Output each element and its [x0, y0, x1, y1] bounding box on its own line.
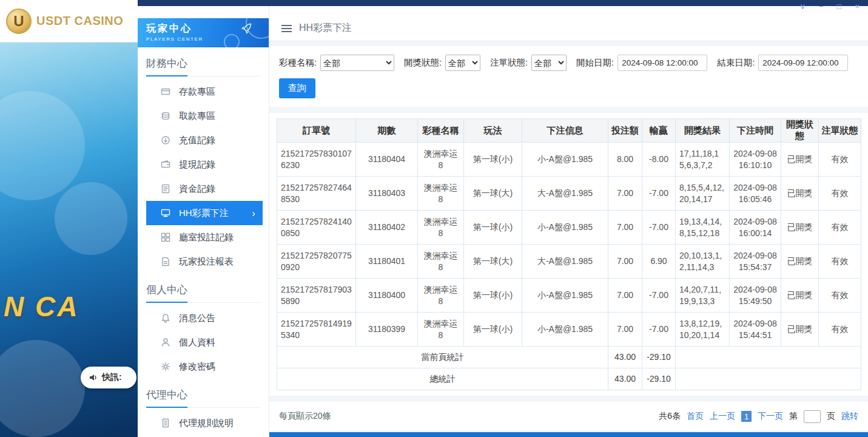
cell: 2024-09-08 15:49:50 — [730, 279, 781, 313]
cell: 31180403 — [356, 177, 418, 211]
cell: 6.90 — [642, 245, 676, 279]
gear-icon — [161, 362, 170, 371]
cell: 有效 — [819, 313, 861, 347]
start-date-label: 開始日期: — [576, 57, 614, 69]
bets-table-card: 訂單號期數彩種名稱玩法下注信息投注額輸贏開獎結果下注時間開獎狀態注單狀態2152… — [269, 113, 868, 396]
report-icon — [161, 257, 170, 266]
cell: 澳洲幸运8 — [418, 313, 464, 347]
column-header: 訂單號 — [277, 119, 356, 143]
doc-icon — [161, 418, 170, 428]
table-row: 215217257827464853031180403澳洲幸运8第一球(大)大-… — [277, 177, 861, 211]
sidebar-item-deposit[interactable]: 存款專區 — [146, 80, 263, 104]
summary-empty — [676, 368, 861, 390]
search-button[interactable]: 查詢 — [279, 78, 315, 98]
cell: 2024-09-08 16:10:10 — [730, 143, 781, 177]
sidebar-item-funds[interactable]: 資金記錄 — [146, 177, 263, 201]
coin-logo-icon: U — [6, 8, 32, 34]
sidebar-item-label: 存款專區 — [179, 86, 215, 98]
order-status-label: 注單狀態: — [490, 57, 528, 69]
lottery-select[interactable]: 全部 — [320, 55, 394, 71]
prev-page-link[interactable]: 上一页 — [710, 411, 735, 422]
column-header: 下注信息 — [522, 119, 608, 143]
sidebar-item-lottery[interactable]: HH彩票下注› — [146, 201, 263, 225]
table-footer: 每頁顯示20條 共6条 首页 上一页 1 下一页 第 页 跳转 — [269, 402, 868, 431]
art-caption-text: N CA — [4, 290, 79, 323]
column-header: 注單狀態 — [819, 119, 861, 143]
cell: 第一球(小) — [464, 313, 522, 347]
news-ticker[interactable]: 快訊: — [81, 367, 136, 388]
minimize-icon[interactable]: − — [819, 2, 824, 12]
sidebar-item-gear[interactable]: 修改密碼 — [146, 354, 263, 379]
page-title: HH彩票下注 — [299, 22, 352, 35]
brand-name: USDT CASINO — [36, 14, 123, 28]
cell: 2152172578207750920 — [277, 245, 356, 279]
column-header: 下注時間 — [730, 119, 781, 143]
cell: 2152172578179035890 — [277, 279, 356, 313]
start-date-input[interactable] — [617, 55, 707, 71]
cell: 已開獎 — [781, 313, 819, 347]
sidebar-item-label: 廳室投註記錄 — [179, 232, 234, 243]
jump-button[interactable]: 跳转 — [841, 411, 858, 422]
cell: 有效 — [819, 245, 861, 279]
cell: -7.00 — [642, 211, 676, 245]
current-page-badge[interactable]: 1 — [741, 411, 752, 422]
cell: 有效 — [819, 143, 861, 177]
sidebar-item-report[interactable]: 玩家投注報表 — [146, 249, 263, 274]
hamburger-menu-icon[interactable] — [281, 25, 292, 32]
summary-winloss-total: -29.10 — [642, 368, 676, 390]
section-label: 財務中心 — [146, 56, 260, 76]
summary-bet-total: 43.00 — [608, 347, 642, 368]
sidebar: 玩家中心 PLAYERS CENTER 財務中心存款專區取款專區充值記錄提現記錄… — [138, 6, 269, 437]
collapse-icon[interactable]: ∨ — [799, 2, 806, 12]
sidebar-item-recharge[interactable]: 充值記錄 — [146, 128, 263, 152]
order-status-select[interactable]: 全部 — [531, 55, 567, 71]
summary-label: 當前頁統計 — [277, 347, 608, 368]
cell: 已開獎 — [781, 143, 819, 177]
summary-winloss-total: -29.10 — [642, 347, 676, 368]
cell: 20,10,13,1,2,11,14,3 — [676, 245, 730, 279]
summary-row: 當前頁統計43.00-29.10 — [277, 347, 861, 368]
sidebar-item-label: HH彩票下注 — [179, 208, 229, 219]
page-jump-input[interactable] — [804, 410, 821, 423]
sidebar-item-user[interactable]: 個人資料 — [146, 330, 263, 354]
cell: 31180402 — [356, 211, 418, 245]
column-header: 開獎狀態 — [781, 119, 819, 143]
cell: 澳洲幸运8 — [418, 143, 464, 177]
column-header: 投注額 — [608, 119, 642, 143]
art-decoration — [0, 340, 85, 437]
cell: 14,20,7,11,19,9,13,3 — [676, 279, 730, 313]
draw-status-select[interactable]: 全部 — [445, 55, 480, 71]
cell: 澳洲幸运8 — [418, 177, 464, 211]
players-center-header: 玩家中心 PLAYERS CENTER — [138, 18, 269, 47]
cell: 第一球(大) — [464, 245, 522, 279]
art-decoration — [55, 182, 127, 255]
sidebar-item-doc[interactable]: 代理規則說明 — [146, 411, 263, 435]
sidebar-item-bell[interactable]: 消息公告 — [146, 306, 263, 330]
lottery-filter-label: 彩種名稱: — [279, 57, 317, 69]
close-icon[interactable]: × — [855, 2, 860, 12]
maximize-icon[interactable]: □ — [837, 2, 842, 12]
sidebar-item-label: 取款專區 — [179, 110, 215, 122]
next-page-link[interactable]: 下一页 — [758, 411, 783, 422]
cell: 小-A盤@1.985 — [522, 313, 608, 347]
recharge-icon — [161, 135, 170, 145]
sidebar-item-cashout[interactable]: 提現記錄 — [146, 152, 263, 177]
cell: 13,8,12,19,10,20,1,14 — [676, 313, 730, 347]
art-decoration — [0, 91, 85, 200]
first-page-link[interactable]: 首页 — [687, 411, 704, 422]
sidebar-item-label: 代理規則說明 — [179, 418, 234, 429]
cell: 第一球(小) — [464, 211, 522, 245]
cell: 7.00 — [608, 177, 642, 211]
sidebar-item-withdraw[interactable]: 取款專區 — [146, 104, 263, 128]
cell: 19,13,4,14,8,15,12,18 — [676, 211, 730, 245]
cell: 2024-09-08 15:44:51 — [730, 313, 781, 347]
sidebar-item-hall[interactable]: 廳室投註記錄 — [146, 225, 263, 249]
end-date-input[interactable] — [758, 55, 848, 71]
cell: -8.00 — [642, 143, 676, 177]
cell: 有效 — [819, 177, 861, 211]
section-label: 代理中心 — [146, 388, 260, 408]
user-icon — [161, 337, 170, 347]
summary-row: 總統計43.00-29.10 — [277, 368, 861, 390]
column-header: 玩法 — [464, 119, 522, 143]
window-controls: ∨ − □ × — [799, 2, 860, 12]
